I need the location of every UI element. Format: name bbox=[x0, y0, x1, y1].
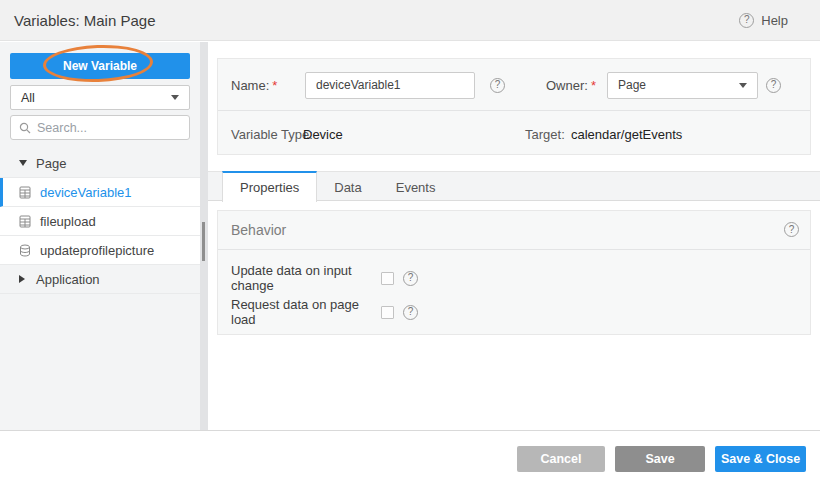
variable-filter-select[interactable]: All bbox=[10, 85, 190, 110]
triangle-expanded-icon bbox=[19, 160, 27, 166]
scrollbar-thumb[interactable] bbox=[202, 222, 205, 261]
search-input[interactable] bbox=[37, 121, 181, 135]
update-on-input-change-checkbox[interactable] bbox=[381, 272, 394, 285]
option-help-icon[interactable]: ? bbox=[403, 305, 418, 320]
behavior-panel: Behavior ? Update data on input change ?… bbox=[217, 210, 811, 335]
help-icon: ? bbox=[739, 13, 754, 28]
new-variable-button[interactable]: New Variable bbox=[10, 53, 190, 79]
cancel-button[interactable]: Cancel bbox=[517, 446, 605, 472]
save-and-close-button[interactable]: Save & Close bbox=[715, 446, 806, 472]
sidebar-scrollbar[interactable] bbox=[200, 42, 208, 430]
page-title: Variables: Main Page bbox=[14, 12, 155, 29]
tree-group-page[interactable]: Page bbox=[0, 149, 200, 178]
behavior-help-icon[interactable]: ? bbox=[784, 222, 799, 237]
request-on-page-load-checkbox[interactable] bbox=[381, 306, 394, 319]
owner-label: Owner:* bbox=[546, 78, 596, 93]
behavior-section-title: Behavior bbox=[231, 222, 286, 238]
variable-table-icon bbox=[19, 215, 31, 228]
database-icon bbox=[19, 244, 31, 257]
panel-divider bbox=[218, 249, 810, 250]
tree-group-label: Page bbox=[36, 156, 66, 171]
tab-events[interactable]: Events bbox=[379, 171, 453, 201]
tab-data[interactable]: Data bbox=[317, 171, 378, 201]
required-marker: * bbox=[591, 78, 596, 93]
variable-type-value: Device bbox=[303, 127, 343, 142]
variables-tree: Page deviceVariable1 bbox=[0, 149, 200, 294]
search-icon bbox=[19, 122, 31, 134]
save-button[interactable]: Save bbox=[615, 446, 705, 472]
variable-summary-panel: Name:* ? Owner:* Page ? Variable Type: D… bbox=[217, 58, 811, 155]
owner-selected-value: Page bbox=[618, 78, 646, 92]
owner-select[interactable]: Page bbox=[607, 72, 758, 99]
detail-tabs: Properties Data Events bbox=[208, 171, 820, 201]
dialog-header: Variables: Main Page ? Help bbox=[0, 0, 820, 41]
option-update-on-input-change: Update data on input change ? bbox=[231, 270, 418, 286]
name-label: Name:* bbox=[231, 78, 277, 93]
name-owner-row: Name:* ? Owner:* Page ? bbox=[218, 71, 810, 99]
tree-group-application[interactable]: Application bbox=[0, 265, 200, 294]
dialog-footer: Cancel Save Save & Close bbox=[0, 430, 820, 486]
tree-item-devicevariable1[interactable]: deviceVariable1 bbox=[0, 178, 200, 207]
option-label: Update data on input change bbox=[231, 263, 381, 293]
variable-detail-pane: Name:* ? Owner:* Page ? Variable Type: D… bbox=[208, 42, 820, 430]
option-request-on-page-load: Request data on page load ? bbox=[231, 304, 418, 320]
panel-divider bbox=[218, 110, 810, 111]
variables-dialog: Variables: Main Page ? Help New Variable… bbox=[0, 0, 820, 486]
option-help-icon[interactable]: ? bbox=[403, 271, 418, 286]
tree-group-label: Application bbox=[36, 272, 100, 287]
option-label: Request data on page load bbox=[231, 297, 381, 327]
name-help-icon[interactable]: ? bbox=[490, 78, 505, 93]
tab-properties[interactable]: Properties bbox=[222, 171, 317, 202]
target-value: calendar/getEvents bbox=[571, 127, 682, 142]
variable-table-icon bbox=[19, 186, 31, 199]
tree-item-label: fileupload bbox=[40, 214, 96, 229]
tree-item-fileupload[interactable]: fileupload bbox=[0, 207, 200, 236]
filter-selected-value: All bbox=[21, 91, 35, 105]
variables-sidebar: New Variable All Page bbox=[0, 42, 200, 430]
help-link[interactable]: ? Help bbox=[739, 13, 788, 28]
owner-help-icon[interactable]: ? bbox=[766, 78, 781, 93]
variable-name-input[interactable] bbox=[305, 72, 475, 99]
tree-item-updateprofilepicture[interactable]: updateprofilepicture bbox=[0, 236, 200, 265]
tree-item-label: updateprofilepicture bbox=[40, 243, 154, 258]
tree-item-label: deviceVariable1 bbox=[40, 185, 132, 200]
variable-search[interactable] bbox=[10, 115, 190, 140]
chevron-down-icon bbox=[171, 95, 179, 100]
required-marker: * bbox=[272, 78, 277, 93]
triangle-collapsed-icon bbox=[19, 275, 25, 283]
help-label: Help bbox=[761, 13, 788, 28]
target-label: Target: bbox=[525, 127, 565, 142]
chevron-down-icon bbox=[739, 83, 747, 88]
type-target-row: Variable Type: Device Target: calendar/g… bbox=[218, 121, 810, 147]
variable-type-label: Variable Type: bbox=[231, 127, 313, 142]
